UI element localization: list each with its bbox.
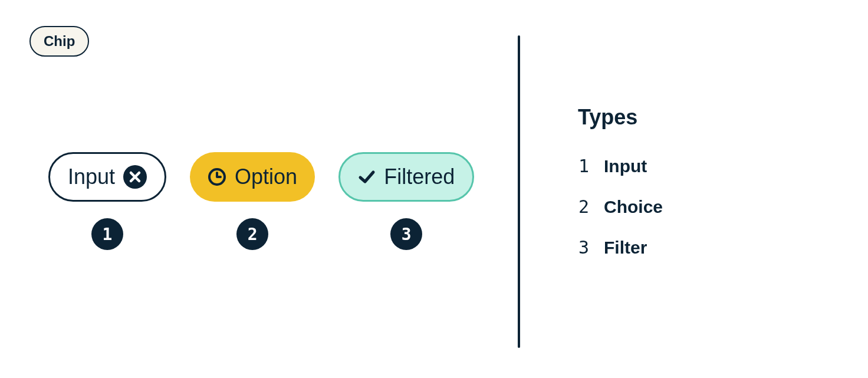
choice-chip-label: Option (235, 165, 297, 189)
legend-label: Filter (604, 238, 647, 258)
vertical-divider (518, 35, 520, 348)
check-icon (358, 168, 376, 186)
input-chip[interactable]: Input (48, 152, 166, 202)
legend-num: 1 (578, 156, 590, 176)
legend-num: 2 (578, 196, 590, 217)
legend-label: Input (604, 156, 647, 176)
example-badge-2: 2 (236, 218, 268, 250)
legend-label: Choice (604, 197, 663, 217)
example-badge-3: 3 (390, 218, 422, 250)
close-icon[interactable] (123, 165, 147, 189)
example-badge-1: 1 (91, 218, 123, 250)
example-filter: Filtered 3 (338, 152, 474, 250)
example-input: Input 1 (48, 152, 166, 250)
input-chip-label: Input (68, 165, 115, 189)
example-choice: Option 2 (190, 152, 315, 250)
chip-examples-row: Input 1 Option 2 Filtered 3 (48, 152, 474, 250)
clock-icon (208, 167, 226, 186)
header-component-pill: Chip (29, 26, 89, 57)
legend-row-2: 2 Choice (578, 196, 663, 217)
legend-num: 3 (578, 237, 590, 258)
legend-title: Types (578, 105, 663, 130)
legend-row-1: 1 Input (578, 156, 663, 176)
filter-chip-label: Filtered (384, 165, 455, 189)
filter-chip[interactable]: Filtered (338, 152, 474, 202)
types-legend: Types 1 Input 2 Choice 3 Filter (578, 105, 663, 258)
choice-chip[interactable]: Option (190, 152, 315, 202)
legend-row-3: 3 Filter (578, 237, 663, 258)
legend-list: 1 Input 2 Choice 3 Filter (578, 156, 663, 258)
